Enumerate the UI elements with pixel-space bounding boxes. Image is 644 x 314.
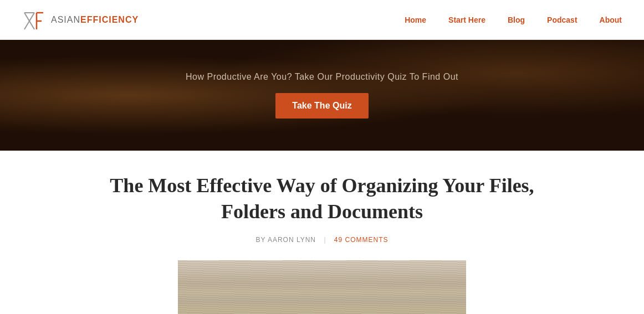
comments-count: 49 (334, 236, 343, 244)
nav-about[interactable]: About (600, 16, 622, 24)
article-meta: BY AARON LYNN | 49 COMMENTS (95, 236, 549, 244)
logo[interactable]: ASIANEFFICIENCY (22, 8, 139, 32)
paper-stack-visual (178, 260, 466, 314)
comments-label: COMMENTS (345, 236, 389, 244)
banner-headline: How Productive Are You? Take Our Product… (186, 72, 458, 82)
meta-separator: | (324, 236, 326, 244)
comments-link[interactable]: 49 COMMENTS (334, 236, 389, 244)
promo-banner: How Productive Are You? Take Our Product… (0, 40, 644, 151)
nav-home[interactable]: Home (405, 16, 426, 24)
nav-podcast[interactable]: Podcast (547, 16, 577, 24)
article-author: BY AARON LYNN (255, 236, 316, 244)
main-nav: Home Start Here Blog Podcast About (405, 16, 622, 24)
take-quiz-button[interactable]: Take The Quiz (275, 93, 368, 119)
nav-blog[interactable]: Blog (508, 16, 525, 24)
article-title: The Most Effective Way of Organizing You… (95, 173, 549, 225)
site-header: ASIANEFFICIENCY Home Start Here Blog Pod… (0, 0, 644, 40)
main-content: The Most Effective Way of Organizing You… (84, 151, 560, 314)
logo-text: ASIANEFFICIENCY (51, 15, 139, 25)
logo-icon (22, 8, 45, 32)
article-image (178, 260, 466, 314)
nav-start-here[interactable]: Start Here (448, 16, 485, 24)
